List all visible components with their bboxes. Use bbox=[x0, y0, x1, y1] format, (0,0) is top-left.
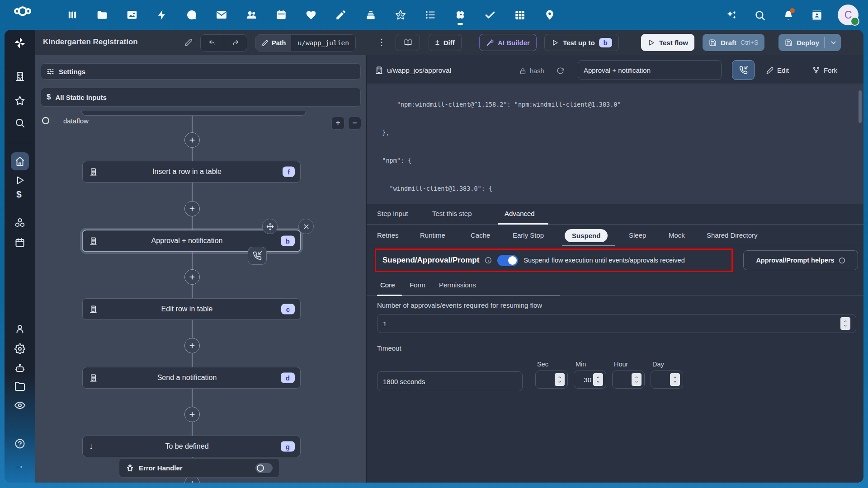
lockfile-code-view[interactable]: "npm:windmill-client@^1.158.2": "npm:win… bbox=[367, 84, 863, 204]
docs-book-button[interactable] bbox=[396, 34, 420, 51]
number-stepper[interactable] bbox=[840, 317, 850, 330]
activity-icon[interactable] bbox=[156, 9, 168, 21]
maps-icon[interactable] bbox=[544, 9, 556, 21]
sidebar-item-folders[interactable] bbox=[14, 381, 25, 392]
subtab-mock[interactable]: Mock bbox=[669, 231, 685, 239]
redo-button[interactable] bbox=[224, 35, 247, 51]
number-stepper[interactable] bbox=[670, 373, 680, 386]
contacts-icon[interactable] bbox=[245, 9, 257, 21]
sidebar-item-audit-logs[interactable] bbox=[14, 400, 25, 411]
info-icon[interactable] bbox=[485, 257, 492, 264]
test-flow-button[interactable]: Test flow bbox=[641, 34, 694, 51]
error-handler-toggle[interactable] bbox=[255, 463, 273, 473]
tab-form[interactable]: Form bbox=[410, 281, 425, 289]
refresh-button[interactable] bbox=[557, 67, 564, 75]
notifications-bell-icon[interactable] bbox=[783, 9, 794, 21]
deploy-button[interactable]: Deploy bbox=[778, 34, 841, 51]
talk-icon[interactable] bbox=[186, 9, 198, 21]
zoom-in-button[interactable]: + bbox=[331, 117, 344, 130]
sidebar-item-workers[interactable] bbox=[14, 363, 25, 374]
static-inputs-bar[interactable]: $All Static Inputs bbox=[41, 88, 361, 107]
min-input[interactable] bbox=[578, 376, 591, 384]
sidebar-item-settings[interactable] bbox=[14, 343, 25, 354]
flow-node-insert-row[interactable]: Insert a row in a table f bbox=[82, 161, 301, 183]
subtab-sleep[interactable]: Sleep bbox=[629, 231, 646, 239]
number-stepper[interactable] bbox=[632, 373, 642, 386]
subtab-early-stop[interactable]: Early Stop bbox=[513, 231, 544, 239]
sidebar-item-schedules[interactable] bbox=[14, 237, 25, 248]
suspend-phone-button[interactable] bbox=[732, 60, 755, 80]
calendar-icon[interactable] bbox=[275, 9, 287, 21]
sidebar-item-help[interactable] bbox=[14, 438, 25, 449]
flow-settings-bar[interactable]: Settings bbox=[41, 63, 361, 80]
windmill-app-icon[interactable] bbox=[454, 9, 466, 21]
sidebar-item-users[interactable] bbox=[14, 324, 25, 334]
draft-button[interactable]: DraftCtrl+S bbox=[703, 34, 764, 51]
zoom-out-button[interactable]: − bbox=[348, 117, 361, 130]
assistant-sparkles-icon[interactable] bbox=[726, 9, 737, 21]
subtab-cache[interactable]: Cache bbox=[471, 231, 490, 239]
chevron-down-icon[interactable] bbox=[830, 39, 837, 47]
add-step-button[interactable] bbox=[184, 269, 200, 285]
suspend-phone-badge[interactable] bbox=[248, 247, 267, 265]
approval-prompt-helpers-button[interactable]: Approval/Prompt helpers bbox=[743, 250, 858, 270]
flow-node-to-be-defined[interactable]: ↓ To be defined g bbox=[82, 436, 301, 457]
add-step-button[interactable] bbox=[184, 338, 200, 353]
subtab-runtime[interactable]: Runtime bbox=[420, 231, 445, 239]
unified-search-icon[interactable] bbox=[754, 9, 765, 21]
delete-node-button[interactable] bbox=[298, 219, 314, 234]
dataflow-toggle[interactable] bbox=[41, 116, 58, 126]
sidebar-item-favorites[interactable] bbox=[14, 95, 25, 106]
error-handler-row[interactable]: Error Handler bbox=[119, 458, 279, 478]
tab-step-input[interactable]: Step Input bbox=[377, 210, 408, 217]
flow-node-send-notification[interactable]: Send a notification d bbox=[82, 367, 301, 389]
number-stepper[interactable] bbox=[593, 373, 603, 386]
tasks-icon[interactable] bbox=[425, 9, 436, 21]
deck-icon[interactable] bbox=[365, 9, 377, 21]
sidebar-item-search[interactable] bbox=[14, 117, 25, 128]
tables-icon[interactable] bbox=[514, 9, 526, 21]
sidebar-item-variables[interactable]: $ bbox=[16, 189, 25, 200]
files-icon[interactable] bbox=[96, 9, 108, 21]
notes-icon[interactable] bbox=[335, 9, 347, 21]
sidebar-expand-arrow[interactable]: → bbox=[14, 460, 25, 471]
windmill-logo-icon[interactable] bbox=[13, 36, 27, 50]
recognize-icon[interactable] bbox=[395, 9, 406, 21]
checks-icon[interactable] bbox=[484, 9, 496, 21]
edit-title-pencil-icon[interactable] bbox=[184, 38, 193, 47]
number-stepper[interactable] bbox=[555, 373, 565, 386]
hour-input[interactable] bbox=[616, 376, 630, 384]
diff-button[interactable]: ±Diff bbox=[429, 34, 462, 51]
move-node-handle[interactable] bbox=[262, 219, 278, 234]
timeout-value-input[interactable] bbox=[383, 378, 517, 385]
sidebar-item-workspace[interactable] bbox=[14, 71, 25, 82]
suspend-toggle[interactable] bbox=[497, 255, 518, 266]
path-control[interactable]: Path u/wapp_julien bbox=[255, 34, 356, 52]
nextcloud-logo-icon[interactable] bbox=[10, 6, 35, 24]
day-input[interactable] bbox=[655, 376, 668, 384]
test-up-to-button[interactable]: Test up tob bbox=[544, 34, 619, 51]
fork-script-button[interactable]: Fork bbox=[812, 66, 837, 74]
clipped-input-node[interactable] bbox=[81, 111, 306, 116]
summary-input[interactable] bbox=[584, 66, 716, 74]
user-avatar[interactable]: C bbox=[838, 5, 859, 25]
add-step-button[interactable] bbox=[184, 407, 200, 422]
tab-permissions[interactable]: Permissions bbox=[439, 281, 476, 289]
dashboard-icon[interactable] bbox=[66, 9, 78, 21]
sidebar-item-home[interactable] bbox=[14, 156, 25, 167]
sidebar-item-resources[interactable] bbox=[14, 217, 25, 228]
contacts-menu-icon[interactable] bbox=[811, 9, 822, 21]
ai-builder-button[interactable]: AI Builder bbox=[479, 34, 537, 51]
flow-node-edit-row[interactable]: Edit row in table c bbox=[82, 298, 301, 320]
add-step-button[interactable] bbox=[184, 132, 200, 148]
add-step-button[interactable] bbox=[184, 201, 200, 216]
approvals-count-input[interactable] bbox=[383, 320, 838, 328]
code-scrollbar-thumb[interactable] bbox=[859, 90, 862, 123]
mail-icon[interactable] bbox=[216, 9, 227, 21]
sec-input[interactable] bbox=[539, 376, 553, 384]
more-menu-kebab-icon[interactable]: ⋮ bbox=[377, 36, 386, 48]
tab-test-this-step[interactable]: Test this step bbox=[432, 210, 472, 217]
health-icon[interactable] bbox=[305, 9, 317, 21]
photos-icon[interactable] bbox=[126, 9, 138, 21]
subtab-shared-directory[interactable]: Shared Directory bbox=[707, 231, 758, 239]
